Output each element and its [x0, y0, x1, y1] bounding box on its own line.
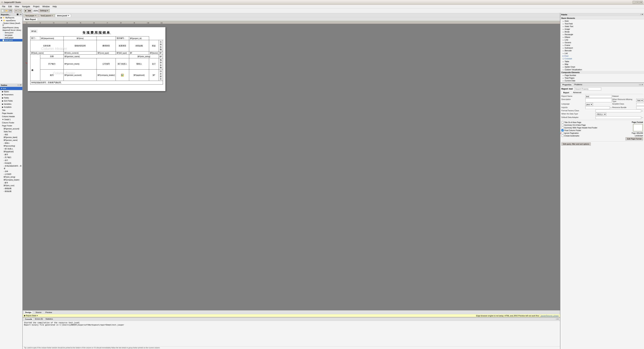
- outline-title[interactable]: Title: [0, 109, 22, 112]
- canvas-scroll-area[interactable]: → Column Header Column Footer $P{id}: [23, 24, 560, 310]
- tree-item-system-library[interactable]: - System Library [Java5-1]: [0, 22, 22, 26]
- tree-item-demo[interactable]: 📄 demo.jxxml: [0, 32, 22, 34]
- menu-navigate[interactable]: Navigate: [21, 5, 32, 8]
- tab-preview[interactable]: Preview: [44, 311, 53, 314]
- outline-sortfields[interactable]: ▶ Sort Fields: [0, 99, 22, 103]
- outline-bidan[interactable]: - 本单必须如实填写，否者: [0, 165, 22, 170]
- outline-baoxiao-jine[interactable]: - 报销金额: [0, 187, 22, 190]
- run-btn[interactable]: ▶▶: [28, 9, 32, 13]
- maximize-btn[interactable]: □: [636, 1, 639, 4]
- jasper-library-link[interactable]: JasperReports Library: [540, 315, 559, 317]
- tab-test2jasxml[interactable]: *test2.jasxml ✕: [38, 14, 55, 17]
- palette-note[interactable]: — Note: [560, 20, 644, 22]
- redo-btn[interactable]: ↪: [18, 9, 22, 13]
- outline-kaihuyinhang[interactable]: - 开户银行: [0, 156, 22, 159]
- outline-baojie-jine[interactable]: - 报借金额: [0, 190, 22, 193]
- tree-item-server-library[interactable]: Jaspersoft Server Library: [0, 29, 22, 32]
- palette-subreport[interactable]: — Subreport: [560, 47, 644, 49]
- outline-test[interactable]: ▼ test: [0, 87, 22, 90]
- outline-persion-account[interactable]: $P{persion_account}: [0, 127, 22, 130]
- prop-select-language[interactable]: java: [586, 103, 593, 106]
- prop-input-scriptlet[interactable]: [636, 103, 644, 106]
- outline-columnfooter[interactable]: Column Footer: [0, 121, 22, 124]
- edit-page-format-btn[interactable]: Edit Page Format: [626, 137, 643, 140]
- menu-window[interactable]: Window: [41, 5, 51, 8]
- palette-customviz[interactable]: — Custom Visualization: [560, 68, 644, 71]
- palette-currentdate[interactable]: — Current Date: [560, 79, 644, 82]
- outline-static-text[interactable]: Static Text: [0, 130, 22, 133]
- tab-design[interactable]: Design: [24, 311, 32, 314]
- tree-item-jasperreports[interactable]: JasperReports Library: [0, 26, 22, 29]
- menu-edit[interactable]: Edit: [7, 5, 13, 8]
- tab-close-test2[interactable]: ✕: [52, 15, 53, 17]
- palette-barcode[interactable]: — Barcode: [560, 49, 644, 52]
- outline-baoxiaoren[interactable]: - 报销人: [0, 142, 22, 145]
- menu-view[interactable]: View: [14, 5, 20, 8]
- prop-input-report-name[interactable]: [586, 95, 612, 98]
- console-tab-errors[interactable]: Errors (0): [34, 318, 43, 320]
- tab-close-demo[interactable]: ✕: [68, 15, 69, 17]
- palette-generic[interactable]: — Generic: [560, 41, 644, 44]
- properties-tab[interactable]: Properties: [561, 83, 573, 86]
- prop-input-format-factory[interactable]: [596, 110, 641, 112]
- palette-chart[interactable]: ● Chart: [560, 55, 644, 57]
- palette-pagenumber[interactable]: — Page Number: [560, 74, 644, 77]
- outline-detail[interactable]: ▼ Detail 1: [0, 118, 22, 121]
- tab-main-report[interactable]: Main Report: [23, 18, 38, 21]
- palette-image[interactable]: — Image: [560, 28, 644, 31]
- outline-scriptlets[interactable]: ▶ Scriptlets: [0, 106, 22, 109]
- outline-jieyu[interactable]: - 结余超支: [0, 162, 22, 165]
- palette-time[interactable]: — Time: [560, 82, 644, 83]
- outline-fields[interactable]: ▶ Fields: [0, 96, 22, 100]
- search-property-input[interactable]: [574, 87, 601, 90]
- menu-project[interactable]: Project: [32, 5, 41, 8]
- checkbox-bookmarks[interactable]: Create bookmarks: [562, 135, 622, 137]
- palette-table[interactable]: — Table: [560, 60, 644, 63]
- outline-quancheng[interactable]: - 全称: [0, 170, 22, 173]
- tree-item-test2jasper[interactable]: 📄 test2.jasper: [0, 37, 22, 39]
- palette-ellipse[interactable]: — Ellipse: [560, 36, 644, 39]
- outline-pagefooter[interactable]: Page Footer: [0, 124, 22, 127]
- prop-input-default-adapter[interactable]: [596, 116, 641, 119]
- outline-bumenfuze[interactable]: - 部门负责人: [0, 147, 22, 150]
- outline-variables[interactable]: ▶ Variables: [0, 103, 22, 106]
- tab-close-testjasper[interactable]: ✕: [35, 15, 36, 17]
- tree-item-myreports[interactable]: ▶ 📁 MyReports: [0, 16, 22, 19]
- checkbox-ignore-pagination[interactable]: Ignore Pagination: [562, 132, 622, 134]
- outline-accounting[interactable]: $P{accounting}: [0, 145, 22, 147]
- undo-btn[interactable]: ↩: [14, 9, 18, 13]
- outline-company-leader[interactable]: $P{company_leader}: [0, 178, 22, 181]
- compile-btn[interactable]: ▶: [24, 9, 28, 13]
- menu-file[interactable]: File: [1, 5, 6, 8]
- checkbox-summary-with-header[interactable]: Summary With Page Header And Footer: [562, 127, 622, 129]
- save-btn[interactable]: 💾: [9, 9, 12, 13]
- outline-reim-num[interactable]: $P{reim_num}: [0, 184, 22, 187]
- prop-select-no-data[interactable]: <NULL>: [596, 113, 606, 116]
- checkbox-summary-new-page[interactable]: Summary On A New Page: [562, 124, 622, 126]
- outline-styles[interactable]: ▶ Styles: [0, 90, 22, 93]
- outline-persion-name[interactable]: $P{persion_name}: [0, 139, 22, 142]
- tab-source[interactable]: Source: [34, 311, 42, 314]
- outline-columnheader[interactable]: Column Header: [0, 115, 22, 118]
- prop-input-imports[interactable]: [586, 106, 610, 109]
- outline-zhanghao[interactable]: - 账号: [0, 153, 22, 156]
- outline-reim-string[interactable]: $P{reim_string}: [0, 176, 22, 178]
- problems-tab[interactable]: Problems: [573, 83, 583, 86]
- minimize-btn[interactable]: _: [632, 1, 636, 4]
- prop-input-description[interactable]: [586, 98, 612, 102]
- palette-spiderchart[interactable]: — Spider Chart: [560, 66, 644, 68]
- settings-btn[interactable]: Settings ▾: [38, 9, 50, 12]
- outline-params[interactable]: ▶ Parameters: [0, 93, 22, 96]
- outline-kuaiji[interactable]: - 会计: [0, 159, 22, 162]
- console-tab-console[interactable]: Console: [24, 318, 33, 320]
- outline-applicant[interactable]: $P{applicant}: [0, 150, 22, 153]
- tab-demo[interactable]: demo.jxxml ✕: [55, 14, 71, 17]
- outline-shoukuan[interactable]: - 收款: [0, 133, 22, 136]
- palette-rectangle[interactable]: — Rectangle: [560, 33, 644, 36]
- palette-crosstab[interactable]: ⬡ Crosstab: [560, 57, 644, 60]
- palette-frame[interactable]: — Frame: [560, 44, 644, 47]
- prop-select-wrmtype[interactable]: Null: [636, 99, 644, 102]
- open-btn[interactable]: 📂: [5, 9, 8, 13]
- palette-line[interactable]: — Line: [560, 39, 644, 41]
- palette-map[interactable]: — Map: [560, 63, 644, 66]
